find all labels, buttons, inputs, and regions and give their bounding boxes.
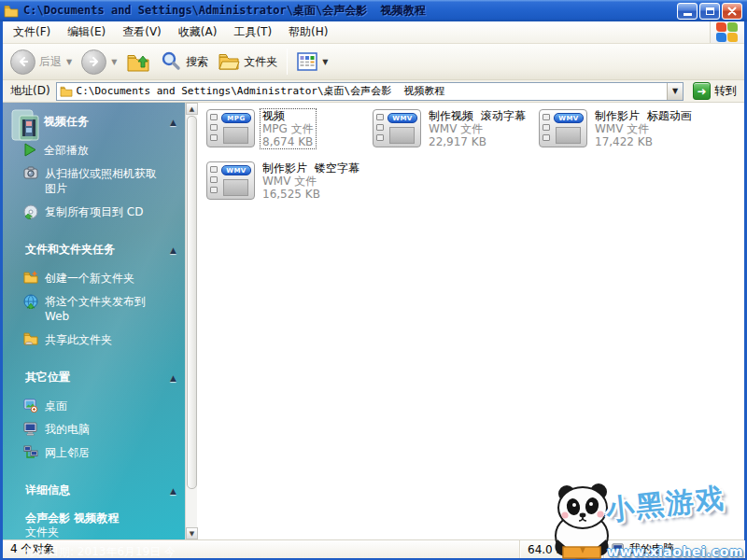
- explorer-window: C:\Documents and Settings\Administrator\…: [0, 0, 747, 560]
- task-label: 复制所有项目到 CD: [45, 204, 164, 219]
- search-button[interactable]: 搜索: [156, 49, 212, 75]
- file-name: 制作影片 标题动画: [595, 109, 692, 122]
- details-pane: 会声会影 视频教程 文件夹 修改日期: 2013年6月19日 今: [12, 511, 178, 559]
- forward-icon: [81, 49, 106, 75]
- menubar: 文件(F) 编辑(E) 查看(V) 收藏(A) 工具(T) 帮助(H): [3, 21, 744, 44]
- file-type: WMV 文件: [262, 175, 359, 188]
- file-size: 8,674 KB: [262, 135, 314, 148]
- task-copy-to-cd[interactable]: 复制所有项目到 CD: [23, 204, 178, 219]
- place-desktop[interactable]: 桌面: [23, 399, 178, 413]
- section-title: 其它位置: [12, 370, 168, 385]
- section-details: 详细信息 ▲ 会声会影 视频教程 文件夹 修改日期: 2013年6月19日 今: [12, 483, 178, 559]
- video-file-icon: WMV: [206, 161, 255, 200]
- menu-file[interactable]: 文件(F): [5, 21, 59, 43]
- back-button[interactable]: 后退 ▼: [7, 48, 76, 77]
- menu-tools[interactable]: 工具(T): [225, 21, 280, 43]
- address-folder-icon: [60, 86, 73, 97]
- go-button[interactable]: ➜ 转到: [689, 82, 740, 100]
- place-my-computer[interactable]: 我的电脑: [23, 422, 178, 437]
- up-button[interactable]: [122, 48, 154, 76]
- task-get-pictures[interactable]: 从扫描仪或照相机获取图片: [23, 166, 178, 196]
- place-label: 我的电脑: [45, 422, 164, 437]
- windows-logo-icon: [716, 22, 739, 43]
- address-input[interactable]: C:\Documents and Settings\Administrator\…: [56, 82, 684, 101]
- camera-icon: [23, 166, 38, 179]
- task-label: 创建一个新文件夹: [45, 271, 164, 286]
- section-header-details[interactable]: 详细信息 ▲: [12, 483, 178, 498]
- go-arrow-icon: ➜: [693, 82, 711, 100]
- file-info: 制作视频 滚动字幕 WMV 文件 22,917 KB: [427, 109, 528, 148]
- menubar-logo-area: [710, 21, 744, 43]
- task-pane-scrollbar[interactable]: ▲ ▼: [185, 103, 197, 539]
- details-folder-name: 会声会影 视频教程: [25, 511, 178, 525]
- close-icon: [727, 7, 737, 16]
- format-badge: MPG: [221, 113, 251, 123]
- folders-button[interactable]: 文件夹: [214, 49, 281, 75]
- section-header-file-tasks[interactable]: 文件和文件夹任务 ▲: [12, 242, 178, 258]
- folders-label: 文件夹: [244, 54, 277, 70]
- search-label: 搜索: [186, 54, 208, 70]
- task-new-folder[interactable]: 创建一个新文件夹: [23, 271, 178, 286]
- task-pane: 视频任务 ▲ 全部播放 从扫描仪或照相机获取图片 复制所有项目到 CD: [3, 103, 197, 539]
- task-publish-web[interactable]: 将这个文件夹发布到 Web: [23, 294, 178, 324]
- file-tile-3[interactable]: WMV 制作影片 镂空字幕 WMV 文件 16,525 KB: [206, 161, 373, 214]
- task-share-folder[interactable]: 共享此文件夹: [23, 332, 178, 347]
- content-area: 视频任务 ▲ 全部播放 从扫描仪或照相机获取图片 复制所有项目到 CD: [3, 103, 744, 539]
- section-other-places: 其它位置 ▲ 桌面 我的电脑 网上邻居: [12, 370, 178, 460]
- forward-button[interactable]: ▼: [78, 48, 120, 77]
- menu-view[interactable]: 查看(V): [114, 21, 170, 43]
- details-modified: 修改日期: 2013年6月19日 今: [25, 545, 178, 559]
- cd-burn-icon: [23, 204, 38, 219]
- collapse-icon[interactable]: ▲: [168, 245, 178, 255]
- video-file-icon: WMV: [373, 109, 421, 147]
- place-label: 网上邻居: [45, 445, 164, 460]
- scroll-up-icon[interactable]: ▲: [186, 103, 198, 115]
- scrollbar-thumb[interactable]: [187, 116, 197, 489]
- menu-help[interactable]: 帮助(H): [280, 21, 336, 43]
- maximize-button[interactable]: [699, 3, 720, 20]
- file-info: 视频 MPG 文件 8,674 KB: [261, 109, 316, 148]
- file-type: MPG 文件: [262, 122, 314, 135]
- folder-icon: [4, 5, 19, 18]
- my-computer-icon: [23, 422, 38, 436]
- scroll-down-icon[interactable]: ▼: [186, 527, 198, 539]
- views-icon: [297, 52, 317, 71]
- views-dropdown-icon[interactable]: ▼: [322, 58, 328, 66]
- file-tile-2[interactable]: WMV 制作影片 标题动画 WMV 文件 17,422 KB: [539, 109, 705, 161]
- file-list: MPG 视频 MPG 文件 8,674 KB WMV: [197, 103, 744, 539]
- minimize-icon: [684, 13, 692, 16]
- watermark-url: www.xiaohei.com: [607, 544, 743, 559]
- task-label: 将这个文件夹发布到 Web: [45, 294, 164, 324]
- place-network[interactable]: 网上邻居: [23, 445, 178, 460]
- forward-dropdown-icon[interactable]: ▼: [111, 58, 117, 66]
- section-title: 详细信息: [12, 483, 168, 498]
- go-label: 转到: [714, 83, 737, 99]
- window-title: C:\Documents and Settings\Administrator\…: [23, 3, 672, 19]
- file-tile-1[interactable]: WMV 制作视频 滚动字幕 WMV 文件 22,917 KB: [373, 109, 539, 161]
- watermark: 小黑游戏 www.xiaohei.com: [546, 480, 747, 560]
- collapse-icon[interactable]: ▲: [168, 486, 178, 496]
- task-label: 全部播放: [44, 143, 163, 158]
- folders-icon: [218, 50, 240, 73]
- menu-edit[interactable]: 编辑(E): [59, 21, 114, 43]
- address-dropdown-button[interactable]: ▼: [667, 83, 683, 100]
- task-play-all[interactable]: 全部播放: [23, 143, 178, 158]
- file-size: 16,525 KB: [262, 188, 359, 201]
- minimize-button[interactable]: [677, 3, 698, 20]
- file-tile-0[interactable]: MPG 视频 MPG 文件 8,674 KB: [206, 109, 373, 161]
- back-dropdown-icon[interactable]: ▼: [66, 58, 72, 66]
- file-info: 制作影片 标题动画 WMV 文件 17,422 KB: [593, 109, 694, 148]
- details-folder-type: 文件夹: [25, 525, 178, 539]
- collapse-icon[interactable]: ▲: [168, 373, 178, 383]
- section-file-tasks: 文件和文件夹任务 ▲ 创建一个新文件夹 将这个文件夹发布到 Web 共享此文件夹: [12, 242, 178, 347]
- section-header-other-places[interactable]: 其它位置 ▲: [12, 370, 178, 385]
- views-button[interactable]: ▼: [293, 50, 331, 73]
- file-size: 22,917 KB: [429, 135, 526, 148]
- menu-favorites[interactable]: 收藏(A): [170, 21, 226, 43]
- format-badge: WMV: [221, 165, 251, 175]
- toolbar-separator: [287, 49, 288, 75]
- collapse-icon[interactable]: ▲: [168, 118, 178, 127]
- close-button[interactable]: [722, 3, 742, 20]
- up-folder-icon: [126, 49, 150, 74]
- address-path: C:\Documents and Settings\Administrator\…: [77, 84, 663, 98]
